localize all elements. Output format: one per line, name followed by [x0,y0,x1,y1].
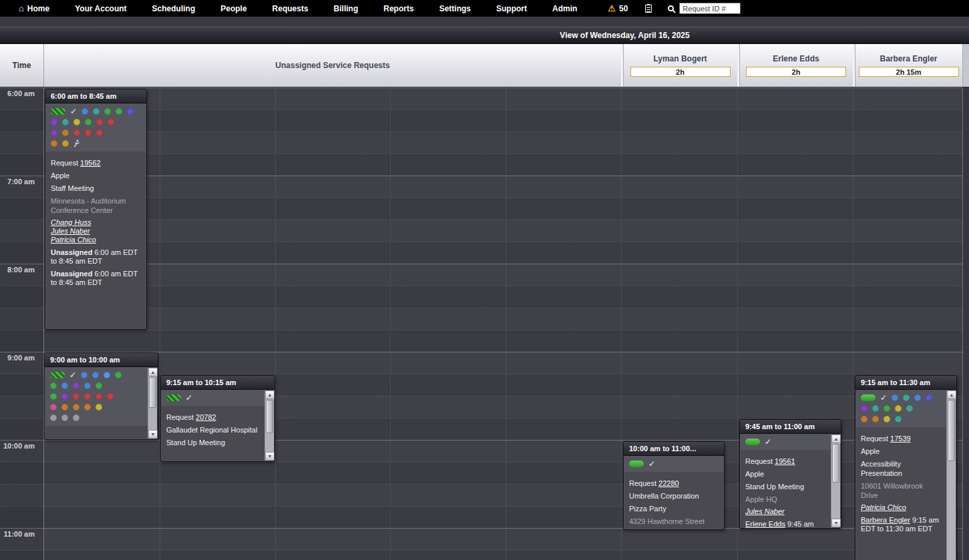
column-separator [621,87,622,560]
scroll-down-icon[interactable]: ▼ [148,430,158,439]
availability-pill-striped [166,394,181,401]
column-separator [275,87,276,560]
scroll-down-icon[interactable]: ▼ [265,452,274,461]
nav-requests[interactable]: Requests [272,4,309,13]
event-time-range: 6:00 am to 8:45 am [45,89,146,103]
schedule-slot-row[interactable] [0,550,969,560]
event-title: Stand Up Meeting [166,438,260,447]
request-label: Request [861,435,888,443]
staff-name: Lyman Bogert [653,54,707,63]
request-id-link[interactable]: 19562 [80,159,101,167]
scroll-thumb[interactable] [266,400,273,433]
scroll-thumb[interactable] [149,377,156,408]
nav-scheduling[interactable]: Scheduling [152,4,196,13]
attendee-status-dot [95,393,102,400]
assignment: Unassigned 6:00 am EDT to 8:45 am EDT [51,270,141,287]
event-title: Stand Up Meeting [745,482,826,491]
attendee-link[interactable]: Jules Naber [51,227,141,236]
attendee-status-dot [895,405,902,412]
check-icon: ✓ [69,372,76,378]
assigned-staff-link[interactable]: Barbera Engler [861,516,910,524]
assignment: Erlene Edds 9:45 am [745,520,826,529]
event-attendee-badges: ✓ [740,434,841,450]
attendee-link[interactable]: Patricia Chico [51,236,141,244]
staff-column-header-lyman-bogert[interactable]: Lyman Bogert 2h [621,44,737,87]
scroll-up-icon[interactable]: ▲ [831,435,841,443]
nav-support[interactable]: Support [496,4,527,13]
time-label: 8:00 am [7,266,35,274]
event-location: Apple HQ [745,495,826,504]
attendee-status-dot [84,382,91,389]
event-card-request-20782[interactable]: 9:15 am to 10:15 am ✓ Request 20782 Gall… [160,375,275,462]
event-card-request-19562[interactable]: 6:00 am to 8:45 am ✓ Request 19562 Apple… [45,89,147,330]
request-id-link[interactable]: 20782 [196,413,216,421]
scroll-up-icon[interactable]: ▲ [148,368,158,376]
time-column-header: Time [0,44,44,87]
view-date-titlebar: View of Wednesday, April 16, 2025 [0,27,969,44]
event-card-request-22280[interactable]: 10:00 am to 11:00... ✓ Request 22280 Umb… [623,441,725,530]
nav-settings[interactable]: Settings [439,4,471,13]
event-card-9am[interactable]: 9:00 am to 10:00 am ✓ ▲ ▼ [44,352,158,440]
event-company: Umbrella Corporation [629,491,719,501]
scroll-up-icon[interactable]: ▲ [947,390,956,399]
card-scrollbar[interactable]: ▲ ▼ [831,435,840,527]
request-id-link[interactable]: 17539 [890,435,911,443]
column-separator [390,87,391,560]
assigned-staff-link[interactable]: Erlene Edds [745,520,785,528]
header-filler [962,44,969,87]
nav-admin[interactable]: Admin [552,4,577,13]
scroll-up-icon[interactable]: ▲ [265,390,274,399]
attendee-link[interactable]: Patricia Chico [861,503,942,512]
event-location: Minnesota - Auditorium Conference Center [51,196,141,215]
attendee-status-dot [93,108,100,115]
attendee-link[interactable]: Jules Naber [745,507,826,516]
attendee-status-dot [73,404,79,410]
request-id-link[interactable]: 19561 [775,457,795,465]
attendee-status-dot [872,405,879,412]
availability-pill [861,394,876,401]
event-location: 10601 Willowbrook Drive [861,481,942,500]
card-scrollbar[interactable]: ▲ ▼ [264,390,274,461]
time-column: 6:00 am 7:00 am 8:00 am 9:00 am 10:00 am… [0,87,44,560]
scroll-thumb[interactable] [832,444,839,483]
nav-people[interactable]: People [220,4,246,13]
request-id-link[interactable]: 22280 [658,479,679,487]
attendee-link[interactable]: Chang Huss [51,218,141,227]
scheduled-hours-badge: 2h [630,67,731,77]
schedule-slot-row[interactable] [0,330,969,352]
nav-home[interactable]: ⌂ Home [19,4,49,13]
attendee-status-dot [884,416,890,423]
availability-pill [629,461,644,467]
scroll-thumb[interactable] [948,400,955,461]
schedule-grid: 6:00 am 7:00 am 8:00 am 9:00 am 10:00 am… [0,87,969,560]
scheduling-app: ⌂ Home Your Account Scheduling People Re… [0,0,969,560]
check-icon: ✓ [186,394,192,401]
view-date-title: View of Wednesday, April 16, 2025 [560,31,689,40]
event-company: Apple [51,171,141,180]
staff-column-header-erlene-edds[interactable]: Erlene Edds 2h [737,44,853,87]
search-icon[interactable] [668,5,674,11]
event-location: 4329 Hawthorne Street [629,517,719,526]
alerts-indicator[interactable]: ⚠ 50 [608,4,628,13]
clipboard-icon[interactable] [645,5,652,13]
event-time-range: 9:45 am to 11:00 am [740,420,841,434]
event-time-range: 10:00 am to 11:00... [624,442,724,456]
attendee-status-dot [906,405,913,412]
nav-billing[interactable]: Billing [334,4,359,13]
attendee-status-dot [73,129,80,136]
staff-name: Erlene Edds [773,54,819,63]
event-company: Apple [861,447,942,456]
event-card-request-19561[interactable]: 9:45 am to 11:00 am ✓ Request 19561 Appl… [739,419,841,529]
attendee-status-dot [95,382,102,389]
event-card-request-17539[interactable]: 9:15 am to 11:30 am ✓ Request 17539 Appl… [855,375,957,560]
card-scrollbar[interactable]: ▲ ▼ [148,368,157,439]
attendee-status-dot [61,414,68,421]
check-icon: ✓ [648,461,655,467]
schedule-slot-row[interactable] [0,528,969,550]
scroll-down-icon[interactable]: ▼ [831,519,841,527]
card-scrollbar[interactable]: ▲ ▼ [946,390,956,560]
nav-your-account[interactable]: Your Account [75,4,126,13]
nav-reports[interactable]: Reports [383,4,413,13]
staff-column-header-barbera-engler[interactable]: Barbera Engler 2h 15m [853,44,962,87]
request-id-search-input[interactable] [679,3,741,14]
